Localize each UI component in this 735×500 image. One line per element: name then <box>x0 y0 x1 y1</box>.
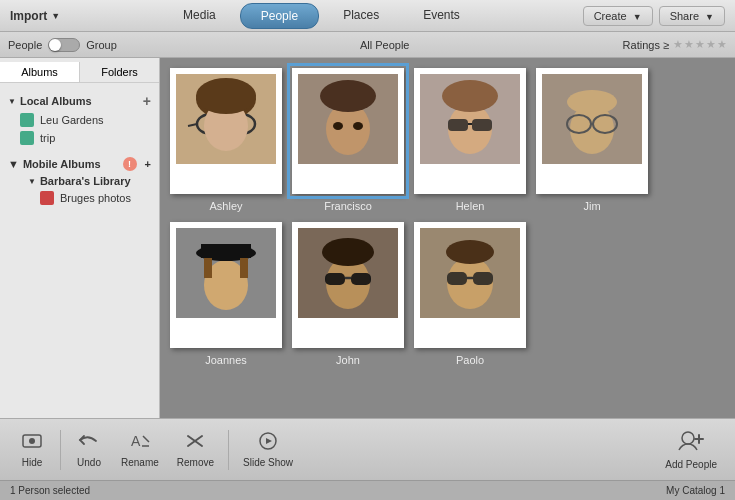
ashley-avatar-svg <box>176 74 276 164</box>
import-button[interactable]: Import ▼ <box>0 0 70 31</box>
star-3[interactable]: ★ <box>695 38 705 51</box>
create-arrow-icon: ▼ <box>633 12 642 22</box>
person-photo-john <box>298 228 398 318</box>
share-arrow-icon: ▼ <box>705 12 714 22</box>
svg-point-10 <box>320 80 376 112</box>
local-albums-label: Local Albums <box>20 95 92 107</box>
person-card-jim[interactable]: Jim <box>536 68 648 212</box>
share-button[interactable]: Share ▼ <box>659 6 725 26</box>
hide-tool[interactable]: Hide <box>10 428 54 472</box>
hide-label: Hide <box>22 457 43 468</box>
mobile-albums-add-icon[interactable]: + <box>145 158 151 170</box>
undo-tool[interactable]: Undo <box>67 428 111 472</box>
person-photo-francisco <box>298 74 398 164</box>
add-people-tool[interactable]: Add People <box>657 426 725 474</box>
mobile-albums-triangle-icon: ▼ <box>8 158 19 170</box>
star-1[interactable]: ★ <box>673 38 683 51</box>
svg-rect-35 <box>351 273 371 285</box>
rename-tool[interactable]: A Rename <box>113 428 167 472</box>
jim-avatar-svg <box>542 74 642 164</box>
nav-tabs: Media People Places Events <box>70 0 572 33</box>
star-4[interactable]: ★ <box>706 38 716 51</box>
person-card-francisco[interactable]: Francisco <box>292 68 404 212</box>
person-photo-joannes <box>176 228 276 318</box>
svg-rect-34 <box>325 273 345 285</box>
create-button[interactable]: Create ▼ <box>583 6 653 26</box>
remove-tool[interactable]: Remove <box>169 428 222 472</box>
remove-label: Remove <box>177 457 214 468</box>
sidebar-item-bruges[interactable]: Bruges photos <box>20 189 159 207</box>
sidebar-item-trip[interactable]: trip <box>0 129 159 147</box>
person-card-joannes[interactable]: Joannes <box>170 222 282 366</box>
person-name-joannes: Joannes <box>205 354 247 366</box>
person-card-ashley[interactable]: Ashley <box>170 68 282 212</box>
person-photo-ashley <box>176 74 276 164</box>
photo-frame-helen <box>414 68 526 194</box>
leu-gardens-label: Leu Gardens <box>40 114 104 126</box>
mobile-albums-header[interactable]: ▼ Mobile Albums ! + <box>0 155 159 173</box>
sidebar-item-leu-gardens[interactable]: Leu Gardens <box>0 111 159 129</box>
svg-point-24 <box>567 90 617 114</box>
person-card-john[interactable]: John <box>292 222 404 366</box>
barbara-library-label: Barbara's Library <box>40 175 131 187</box>
svg-rect-40 <box>447 272 467 285</box>
slideshow-icon <box>257 432 279 455</box>
person-name-francisco: Francisco <box>324 200 372 212</box>
bottom-wrapper: Hide Undo A <box>0 418 735 500</box>
svg-rect-29 <box>204 258 212 278</box>
person-photo-paolo <box>420 228 520 318</box>
sidebar-tab-folders[interactable]: Folders <box>80 62 159 82</box>
undo-label: Undo <box>77 457 101 468</box>
person-card-helen[interactable]: Helen <box>414 68 526 212</box>
person-photo-helen <box>420 74 520 164</box>
person-name-helen: Helen <box>456 200 485 212</box>
slideshow-tool[interactable]: Slide Show <box>235 428 301 472</box>
barbara-triangle-icon: ▼ <box>28 177 36 186</box>
svg-point-11 <box>333 122 343 130</box>
mobile-badge: ! <box>123 157 137 171</box>
sidebar-tab-albums[interactable]: Albums <box>0 62 80 82</box>
import-label: Import <box>10 9 47 23</box>
tab-events[interactable]: Events <box>403 3 480 29</box>
rename-label: Rename <box>121 457 159 468</box>
people-group-toggle[interactable] <box>48 38 80 52</box>
svg-point-44 <box>29 438 35 444</box>
svg-text:A: A <box>131 433 141 449</box>
svg-rect-41 <box>473 272 493 285</box>
john-avatar-svg <box>298 228 398 318</box>
tab-media[interactable]: Media <box>163 3 236 29</box>
paolo-avatar-svg <box>420 228 520 318</box>
barbara-library-header[interactable]: ▼ Barbara's Library <box>20 173 159 189</box>
person-name-john: John <box>336 354 360 366</box>
slideshow-label: Slide Show <box>243 457 293 468</box>
tab-places[interactable]: Places <box>323 3 399 29</box>
svg-marker-51 <box>266 438 272 444</box>
mobile-albums-section: ▼ Mobile Albums ! + ▼ Barbara's Library <box>0 151 159 211</box>
photo-frame-john <box>292 222 404 348</box>
bottom-tools-left: Hide Undo A <box>10 428 301 472</box>
photo-frame-ashley <box>170 68 282 194</box>
add-people-icon <box>677 430 705 457</box>
tool-separator-1 <box>60 430 61 470</box>
local-albums-add-icon[interactable]: + <box>143 93 151 109</box>
star-2[interactable]: ★ <box>684 38 694 51</box>
all-people-label: All People <box>147 39 623 51</box>
right-buttons: Create ▼ Share ▼ <box>573 6 735 26</box>
photo-frame-joannes <box>170 222 282 348</box>
mobile-albums-label: Mobile Albums <box>23 158 101 170</box>
people-grid: Ashley Francisco <box>160 58 735 418</box>
star-5[interactable]: ★ <box>717 38 727 51</box>
joannes-avatar-svg <box>176 228 276 318</box>
local-albums-triangle-icon: ▼ <box>8 97 16 106</box>
svg-point-7 <box>196 78 256 114</box>
local-albums-header[interactable]: ▼ Local Albums + <box>0 91 159 111</box>
photo-frame-francisco <box>292 68 404 194</box>
tab-people[interactable]: People <box>240 3 319 29</box>
ratings-filter[interactable]: Ratings ≥ ★ ★ ★ ★ ★ <box>623 38 727 51</box>
catalog-status: My Catalog 1 <box>666 485 725 496</box>
svg-point-12 <box>353 122 363 130</box>
svg-line-46 <box>143 436 149 442</box>
person-card-paolo[interactable]: Paolo <box>414 222 526 366</box>
ratings-label: Ratings ≥ <box>623 39 669 51</box>
ratings-stars[interactable]: ★ ★ ★ ★ ★ <box>673 38 727 51</box>
